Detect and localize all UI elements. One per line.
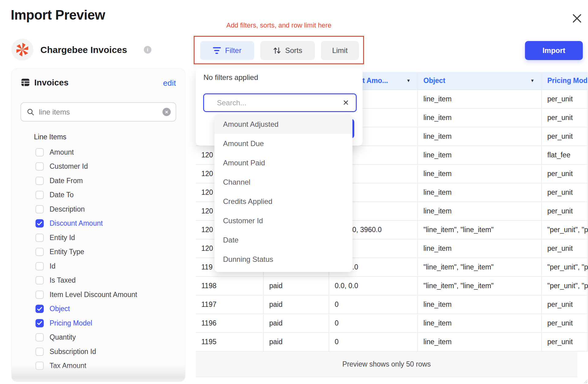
field-label: Item Level Discount Amount xyxy=(50,291,137,299)
field-group-label: Line Items xyxy=(34,133,66,141)
table-cell: line_item xyxy=(418,146,542,165)
checkbox-unchecked-icon[interactable] xyxy=(35,191,44,199)
table-cell: paid xyxy=(264,314,329,333)
field-label: Tax Amount xyxy=(50,362,86,370)
filter-field-option[interactable]: Channel xyxy=(214,172,352,192)
filter-field-option[interactable]: Credits Applied xyxy=(214,192,352,211)
table-cell: "per_unit", "per_unit" xyxy=(542,258,588,277)
table-cell: line_item xyxy=(418,109,542,127)
field-checkbox-row[interactable]: Amount xyxy=(12,145,185,159)
checkbox-unchecked-icon[interactable] xyxy=(35,248,44,256)
filter-field-option[interactable]: Amount Adjusted xyxy=(214,115,352,134)
table-cell: line_item xyxy=(418,90,542,109)
filter-field-option[interactable]: Amount Due xyxy=(214,134,352,153)
row-limit-note: Preview shows only 50 rows xyxy=(342,360,431,368)
field-checkbox-row[interactable]: Description xyxy=(12,202,185,216)
field-label: Id xyxy=(50,262,55,270)
clear-filter-search-icon[interactable]: ✕ xyxy=(343,98,349,107)
import-button[interactable]: Import xyxy=(525,41,583,60)
field-checkbox-row[interactable]: Discount Amount xyxy=(12,216,185,231)
filter-field-option[interactable]: Customer Id xyxy=(214,211,352,230)
filter-search-placeholder: Search... xyxy=(217,99,343,107)
checkbox-unchecked-icon[interactable] xyxy=(35,148,44,156)
filter-field-dropdown: Amount AdjustedAmount DueAmount PaidChan… xyxy=(214,115,352,272)
info-icon[interactable]: i xyxy=(144,46,151,54)
field-checkbox-row[interactable]: Date From xyxy=(12,174,185,188)
field-checkbox-row[interactable]: Date To xyxy=(12,188,185,202)
source-name: Chargebee Invoices xyxy=(40,45,127,55)
table-icon xyxy=(20,77,30,88)
fields-sidebar: Invoices edit line items ✕ Line Items Am… xyxy=(11,68,185,382)
table-cell: "line_item", "line_item" xyxy=(418,258,542,277)
sort-caret-icon[interactable]: ▼ xyxy=(406,72,411,89)
checkbox-unchecked-icon[interactable] xyxy=(35,333,44,341)
chargebee-logo xyxy=(11,39,33,61)
table-cell: "per_unit", "per_unit" xyxy=(542,221,588,239)
checkbox-checked-icon[interactable] xyxy=(35,305,44,313)
close-icon[interactable] xyxy=(571,12,583,24)
table-cell: per_unit xyxy=(542,109,588,127)
filter-field-option[interactable]: Amount Paid xyxy=(214,153,352,172)
checkbox-unchecked-icon[interactable] xyxy=(35,291,44,299)
field-checkbox-row[interactable]: Customer Id xyxy=(12,160,185,174)
sidebar-search-value: line items xyxy=(39,108,162,116)
sidebar-search-input[interactable]: line items ✕ xyxy=(20,102,176,122)
checkbox-unchecked-icon[interactable] xyxy=(35,177,44,185)
clear-search-icon[interactable]: ✕ xyxy=(162,108,171,116)
checkbox-unchecked-icon[interactable] xyxy=(35,262,44,270)
table-cell: per_unit xyxy=(542,165,588,183)
field-checkbox-row[interactable]: Entity Type xyxy=(12,245,185,259)
table-row: 1195paid0line_itemper_unit xyxy=(196,333,588,352)
sort-caret-icon[interactable]: ▼ xyxy=(530,72,534,89)
table-row: 1198paid0.0, 0.0"line_item", "line_item"… xyxy=(196,277,588,296)
table-cell: line_item xyxy=(418,183,542,202)
field-checkbox-row[interactable]: Quantity xyxy=(12,330,185,344)
checkbox-unchecked-icon[interactable] xyxy=(35,276,44,284)
checkbox-checked-icon[interactable] xyxy=(35,319,44,327)
field-label: Subscription Id xyxy=(50,348,96,356)
checkbox-unchecked-icon[interactable] xyxy=(35,162,44,171)
filter-field-option[interactable]: Date xyxy=(214,230,352,250)
field-label: Is Taxed xyxy=(50,276,76,284)
table-cell: line_item xyxy=(418,314,542,333)
table-cell: line_item xyxy=(418,202,542,221)
field-checkbox-row[interactable]: Entity Id xyxy=(12,231,185,245)
filter-field-option[interactable]: Dunning Status xyxy=(214,250,352,269)
checkbox-unchecked-icon[interactable] xyxy=(35,234,44,242)
field-label: Description xyxy=(50,205,85,213)
table-cell: "line_item", "line_item" xyxy=(418,277,542,296)
edit-link[interactable]: edit xyxy=(163,78,176,88)
field-checkbox-row[interactable]: Object xyxy=(12,302,185,316)
limit-button[interactable]: Limit xyxy=(321,41,359,60)
import-preview-modal: Discount Amo...▼Object▼Pricing Model lin… xyxy=(0,0,588,384)
field-label: Amount xyxy=(50,148,74,156)
field-checkbox-row[interactable]: Is Taxed xyxy=(12,273,185,288)
column-header[interactable]: Object▼ xyxy=(418,72,542,90)
import-button-label: Import xyxy=(542,46,565,55)
sorts-button[interactable]: Sorts xyxy=(260,41,315,60)
filter-button[interactable]: Filter xyxy=(200,41,254,60)
table-cell: per_unit xyxy=(542,314,588,333)
table-cell: 1198 xyxy=(196,277,264,296)
table-row: 1197paid0line_itemper_unit xyxy=(196,296,588,314)
field-label: Entity Type xyxy=(50,248,84,256)
table-cell: 1197 xyxy=(196,296,264,314)
table-cell: line_item xyxy=(418,127,542,146)
limit-button-label: Limit xyxy=(332,46,348,55)
column-header[interactable]: Pricing Model xyxy=(542,72,588,90)
filter-search-input[interactable]: Search... ✕ xyxy=(203,93,357,112)
field-checkbox-row[interactable]: Tax Amount xyxy=(12,359,185,373)
resize-handle-icon[interactable] xyxy=(584,380,587,383)
field-checkbox-row[interactable]: Pricing Model xyxy=(12,316,185,330)
checkbox-checked-icon[interactable] xyxy=(35,219,44,228)
checkbox-unchecked-icon[interactable] xyxy=(35,362,44,370)
sorts-button-label: Sorts xyxy=(285,46,302,55)
checkbox-unchecked-icon[interactable] xyxy=(35,205,44,213)
field-checkbox-row[interactable]: Id xyxy=(12,259,185,273)
table-cell: per_unit xyxy=(542,127,588,146)
checkbox-unchecked-icon[interactable] xyxy=(35,348,44,356)
table-cell: paid xyxy=(264,333,329,352)
field-checkbox-row[interactable]: Item Level Discount Amount xyxy=(12,288,185,302)
table-cell: "line_item", "line_item" xyxy=(418,221,542,239)
field-checkbox-row[interactable]: Subscription Id xyxy=(12,344,185,359)
